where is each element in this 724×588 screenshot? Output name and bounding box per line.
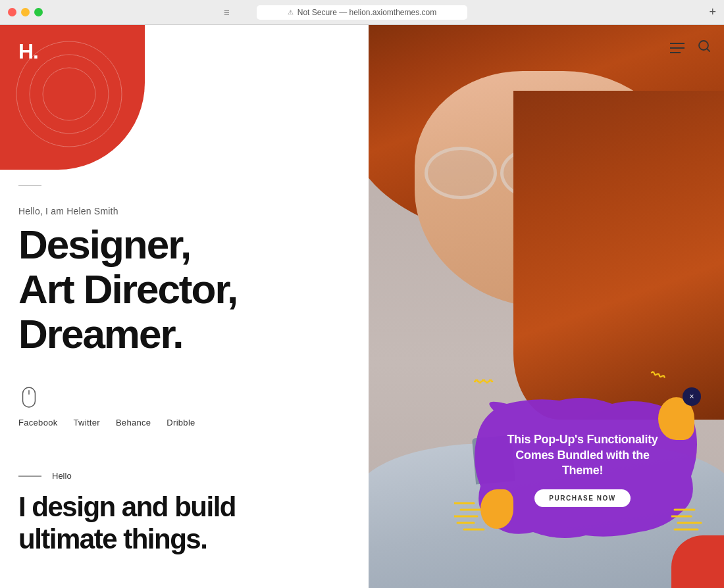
section-line [18, 476, 41, 477]
popup-close-button[interactable]: × [683, 387, 701, 406]
headline-line1: Designer, [18, 222, 237, 267]
popup-text-content: This Pop-Up's Functionality Comes Bundle… [474, 391, 698, 549]
main-content: H. Hello, I am Helen Smith Designer, Art… [0, 25, 724, 588]
browser-new-tab-button[interactable]: + [709, 5, 716, 19]
social-links: Facebook Twitter Behance Dribble [18, 418, 195, 428]
svg-line-6 [707, 49, 710, 51]
social-twitter[interactable]: Twitter [74, 418, 100, 428]
social-dribble[interactable]: Dribble [167, 418, 195, 428]
divider-line [18, 185, 41, 186]
right-panel: × 〰 〰 [369, 25, 724, 588]
glasses-left [425, 147, 497, 199]
headline-line3: Dreamer. [18, 312, 237, 356]
hamburger-menu[interactable] [670, 43, 685, 53]
deco-squiggle-topleft: 〰 [474, 374, 492, 393]
hero-headline: Designer, Art Director, Dreamer. [18, 222, 237, 357]
popup-purchase-button[interactable]: PURCHASE NOW [534, 489, 630, 507]
popup-container: × 〰 〰 [474, 391, 698, 549]
close-x-icon: × [689, 392, 694, 401]
site-logo[interactable]: H. [18, 39, 38, 64]
scroll-icon [22, 387, 36, 410]
social-facebook[interactable]: Facebook [18, 418, 58, 428]
svg-point-2 [43, 68, 95, 120]
lock-icon: ⚠ [288, 9, 294, 16]
dot-yellow[interactable] [21, 8, 30, 16]
dot-green[interactable] [34, 8, 43, 16]
social-behance[interactable]: Behance [116, 418, 151, 428]
headline-line2: Art Director, [18, 267, 237, 312]
popup-message: This Pop-Up's Functionality Comes Bundle… [494, 432, 671, 478]
search-button[interactable] [698, 39, 711, 56]
section-headline-line2: ultimate things. [18, 524, 236, 555]
browser-lines-icon: ≡ [224, 7, 230, 18]
browser-chrome: ≡ ⚠ Not Secure — helion.axiomthemes.com … [0, 0, 724, 25]
section-label-group: Hello [18, 471, 236, 481]
section-headline: I design and build ultimate things. [18, 491, 236, 555]
left-panel: H. Hello, I am Helen Smith Designer, Art… [0, 25, 369, 588]
right-nav [670, 39, 711, 56]
browser-dots [8, 8, 43, 16]
section-headline-line1: I design and build [18, 491, 236, 523]
browser-url: Not Secure — helion.axiomthemes.com [297, 8, 436, 17]
hamburger-line-top [670, 43, 685, 44]
hamburger-line-bot [670, 52, 681, 53]
hamburger-line-mid [670, 47, 685, 49]
dot-red[interactable] [8, 8, 16, 16]
section-label: Hello [52, 471, 72, 481]
browser-address-bar[interactable]: ⚠ Not Secure — helion.axiomthemes.com [257, 5, 467, 20]
greeting-text: Hello, I am Helen Smith [18, 206, 118, 216]
hair-right [513, 91, 724, 420]
svg-point-1 [30, 55, 109, 134]
bottom-section: Hello I design and build ultimate things… [18, 471, 236, 555]
popup-overlay: × 〰 〰 [474, 391, 711, 549]
